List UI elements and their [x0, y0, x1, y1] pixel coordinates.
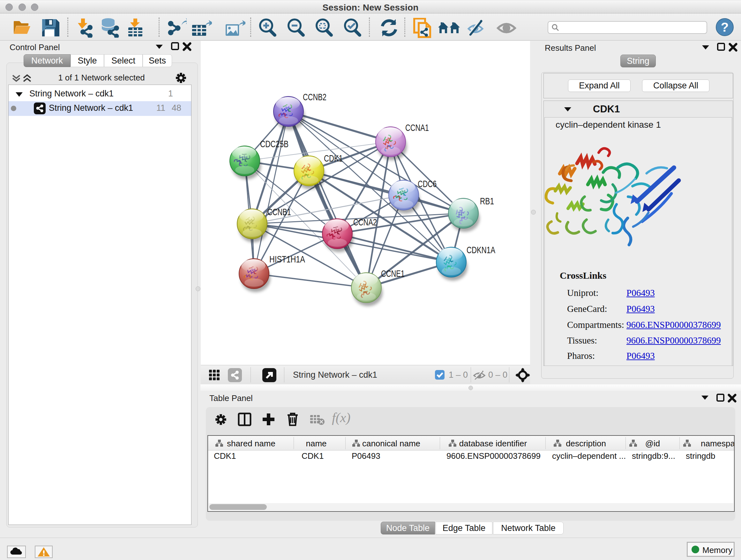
- svg-text:HIST1H1A: HIST1H1A: [269, 254, 305, 264]
- svg-text:CCNA1: CCNA1: [405, 122, 429, 133]
- svg-text:RB1: RB1: [480, 196, 494, 206]
- svg-text:CCNE1: CCNE1: [381, 268, 405, 279]
- svg-text:CCNB1: CCNB1: [267, 206, 291, 217]
- svg-text:CCNB2: CCNB2: [303, 91, 327, 102]
- svg-text:CCNA2: CCNA2: [353, 217, 377, 227]
- svg-text:CDK1: CDK1: [324, 153, 343, 164]
- svg-text:CDC25B: CDC25B: [260, 138, 288, 149]
- svg-text:CDKN1A: CDKN1A: [467, 245, 495, 255]
- svg-text:CDC6: CDC6: [418, 179, 436, 189]
